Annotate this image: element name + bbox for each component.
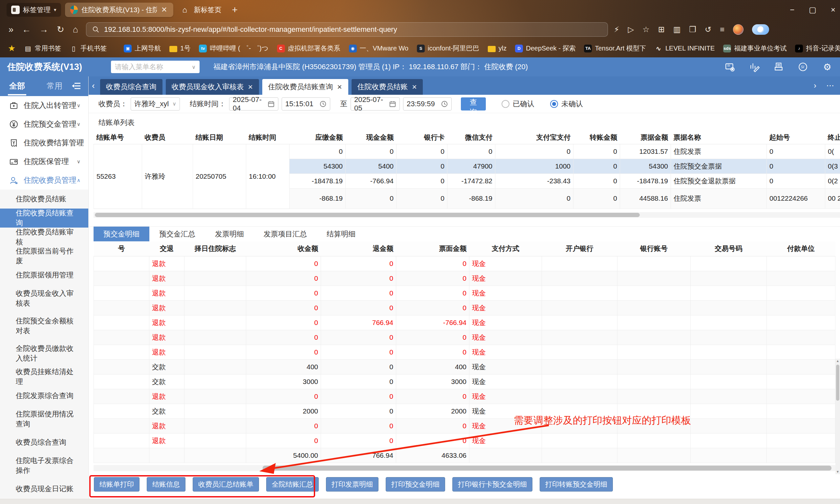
column-header[interactable]: 号	[94, 241, 149, 256]
split-screen-icon[interactable]: ❒	[689, 25, 697, 34]
sidebar-group-住院收费员管理[interactable]: 住院收费员管理∧	[0, 171, 88, 190]
send-tab-icon[interactable]: ▷	[628, 25, 634, 34]
settlement-hscrollbar[interactable]	[93, 212, 840, 218]
history-icon[interactable]: ↺	[705, 25, 711, 34]
browser-tab[interactable]: ⌂新标签页	[177, 3, 227, 17]
radio-unconfirmed[interactable]: 未确认	[550, 99, 583, 109]
bookmark-item[interactable]: ▤常用书签	[24, 44, 61, 53]
receipt-print-icon[interactable]	[773, 61, 784, 72]
bookmark-item[interactable]: TATensor.Art 模型下	[584, 44, 646, 53]
column-header[interactable]: 转账金额	[573, 131, 620, 144]
detail-row[interactable]: 退款000现金	[94, 271, 835, 286]
sidebar-item-住院收费员结账查询[interactable]: 住院收费员结账查询	[0, 209, 88, 228]
column-header[interactable]: 现金金额	[346, 131, 396, 144]
detail-row[interactable]: 退款000现金	[94, 418, 835, 433]
tabs-scroll-left-icon[interactable]: ‹	[92, 81, 95, 91]
detail-tab-预交金汇总[interactable]: 预交金汇总	[149, 227, 205, 241]
extensions-overflow-icon[interactable]: »	[8, 24, 14, 35]
scrollbar-thumb[interactable]	[95, 213, 640, 217]
settlement-table[interactable]: 结账单号收费员结账日期结账时间应缴金额现金金额银行卡微信支付支付宝支付转账金额票…	[93, 131, 840, 209]
sidebar-item-住院电子发票综合操作[interactable]: 住院电子发票综合操作	[0, 452, 88, 480]
sidebar-item-住院收费员结账[interactable]: 住院收费员结账	[0, 190, 88, 209]
detail-row[interactable]: 退款000现金	[94, 345, 835, 359]
settings-menu-icon[interactable]: ≡	[720, 25, 724, 34]
column-header[interactable]: 结账时间	[246, 131, 290, 144]
column-header[interactable]: 收金额	[246, 241, 321, 256]
action-button-打印预交金明细[interactable]: 打印预交金明细	[386, 477, 445, 491]
detail-tab-预交金明细[interactable]: 预交金明细	[93, 227, 149, 241]
action-button-收费员汇总结账单[interactable]: 收费员汇总结账单	[193, 477, 259, 491]
new-tab-button[interactable]: +	[232, 4, 238, 15]
work-tab-住院收费员结账查询[interactable]: 住院收费员结账查询✕	[262, 79, 348, 95]
favorites-star-icon[interactable]: ★	[8, 43, 15, 53]
column-header[interactable]: 银行账号	[617, 241, 691, 256]
sidebar-item-收费员挂账结清处理[interactable]: 收费员挂账结清处理	[0, 367, 88, 386]
column-header[interactable]: 支付方式	[469, 241, 542, 256]
close-button[interactable]: ×	[831, 5, 835, 14]
home-icon[interactable]: ⌂	[73, 24, 78, 35]
forward-icon[interactable]: →	[39, 24, 48, 35]
column-header[interactable]: 结账日期	[193, 131, 246, 144]
profile-avatar[interactable]	[733, 24, 743, 35]
column-header[interactable]: 票据名称	[671, 131, 767, 144]
detail-row[interactable]: 交款200002000现金	[94, 404, 835, 418]
sidebar-item-住院票据使用情况查询[interactable]: 住院票据使用情况查询	[0, 405, 88, 433]
column-header[interactable]: 收费员	[142, 131, 193, 144]
extensions-icon[interactable]: ⊞	[658, 25, 665, 34]
tabs-more-icon[interactable]: ⋯	[826, 81, 834, 90]
bookmark-item[interactable]: ▣上网导航	[124, 44, 161, 53]
column-header[interactable]: 票据金额	[620, 131, 671, 144]
column-header[interactable]: 付款单位	[767, 241, 835, 256]
detail-row[interactable]: 退款0766.94-766.94现金	[94, 315, 835, 330]
bookmark-item[interactable]: ∿LEVEL INFINITE	[654, 44, 715, 52]
tab-manager-button[interactable]: 标签管理 ▾	[6, 3, 61, 17]
bookmark-item[interactable]: ◉一、VMware Wo	[349, 44, 409, 53]
radio-confirmed[interactable]: 已确认	[501, 99, 534, 109]
favorite-star-icon[interactable]: ☆	[642, 25, 650, 34]
column-header[interactable]: 结账单号	[94, 131, 142, 144]
column-header[interactable]: 择日住院标志	[185, 241, 246, 256]
menu-search-select[interactable]: 请输入菜单名称 ∨	[111, 61, 200, 73]
detail-tab-发票明细[interactable]: 发票明细	[205, 227, 254, 241]
detail-row[interactable]: 退款000现金	[94, 389, 835, 404]
column-header[interactable]: 交退	[149, 241, 185, 256]
tab-close-icon[interactable]: ✕	[248, 83, 253, 91]
cashier-select[interactable]: 许雅玲_xyl ∨	[131, 97, 180, 110]
address-bar[interactable]: 192.168.10.5:8000/his-zysf-new/app/#/tol…	[86, 22, 608, 37]
bookmark-item[interactable]: ▯手机书签	[70, 44, 107, 53]
detail-row[interactable]: 交款300003000现金	[94, 374, 835, 389]
si-circle-icon[interactable]: SI	[797, 61, 808, 72]
date-to-input[interactable]: 2025-07-05	[350, 97, 400, 110]
tab-close-icon[interactable]: ✕	[337, 83, 342, 91]
tab-close-icon[interactable]: ✕	[412, 83, 417, 91]
menu-filter-icon[interactable]	[72, 82, 81, 91]
column-header[interactable]: 应缴金额	[290, 131, 346, 144]
scrollbar-thumb[interactable]	[262, 466, 832, 471]
chart-edit-icon[interactable]	[749, 61, 760, 72]
detail-row[interactable]: 退款000现金	[94, 330, 835, 345]
sidebar-group-住院入出转管理[interactable]: 住院入出转管理∨	[0, 96, 88, 115]
bookmark-item[interactable]: ylz	[488, 44, 507, 52]
action-button-打印发票明细[interactable]: 打印发票明细	[326, 477, 378, 491]
time-from-input[interactable]: 15:15:01	[281, 97, 330, 110]
bookmark-item[interactable]: sds福建事业单位考试	[723, 44, 787, 53]
date-from-input[interactable]: 2025-07-04	[229, 97, 278, 110]
sidebar-item-住院票据领用管理[interactable]: 住院票据领用管理	[0, 266, 88, 285]
minimize-button[interactable]: −	[790, 5, 794, 14]
column-header[interactable]: 起始号	[767, 131, 825, 144]
sidebar-tab-all[interactable]: 全部	[9, 76, 25, 96]
detail-hscrollbar[interactable]	[93, 465, 835, 471]
sidebar-tab-common[interactable]: 常用	[47, 76, 62, 96]
gear-icon[interactable]: ⚙	[822, 61, 833, 72]
detail-table[interactable]: 号交退择日住院标志收金额退金额票面金额支付方式开户银行银行账号交易号码付款单位退…	[93, 241, 835, 463]
tab-close-icon[interactable]: ✕	[160, 5, 168, 14]
action-button-全院结账汇总[interactable]: 全院结账汇总	[266, 477, 319, 491]
action-button-结账信息[interactable]: 结账信息	[147, 477, 186, 491]
action-button-结账单打印[interactable]: 结账单打印	[94, 477, 139, 491]
column-header[interactable]: 银行卡	[396, 131, 447, 144]
sidebar-item-收费员现金日记账[interactable]: 收费员现金日记账	[0, 480, 88, 499]
bookmark-item[interactable]: tv哔哩哔哩 ( ゜- ゜)つ	[199, 44, 268, 53]
back-icon[interactable]: ←	[22, 24, 31, 35]
column-header[interactable]: 交易号码	[691, 241, 767, 256]
sidebar-group-住院医保管理[interactable]: 住院医保管理∨	[0, 152, 88, 171]
